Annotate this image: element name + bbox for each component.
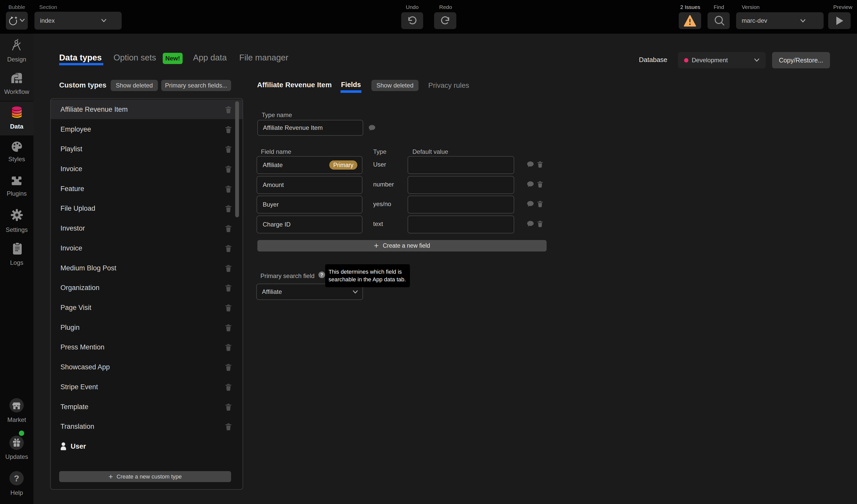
- svg-text:?: ?: [320, 272, 323, 278]
- svg-text:?: ?: [14, 473, 19, 483]
